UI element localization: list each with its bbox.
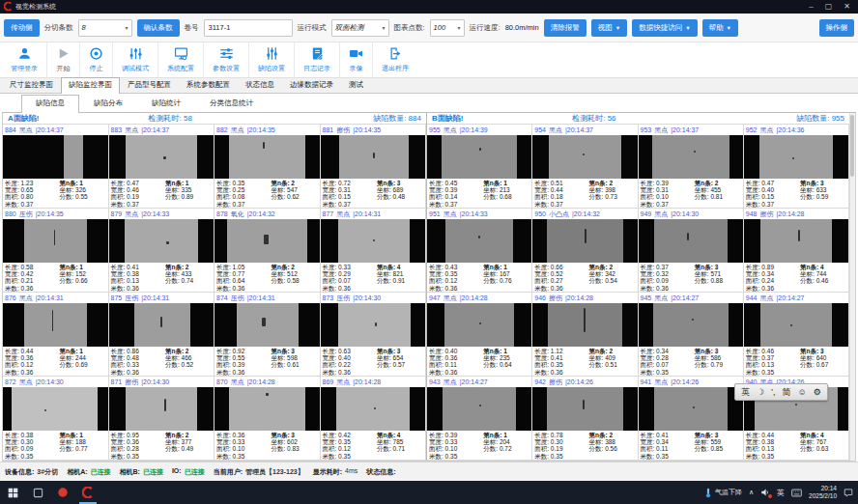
action-camera-button[interactable]: 录像 bbox=[340, 42, 373, 77]
defect-cell-869[interactable]: 869黑点|20:14:28长度: 0.42宽度: 0.35面积: 0.12米数… bbox=[321, 377, 427, 461]
defect-cell-883[interactable]: 883黑点|20:14:37长度: 0.47宽度: 0.46面积: 0.19米数… bbox=[109, 125, 215, 209]
defect-cell-884[interactable]: 884黑点|20:14:37长度: 1.23宽度: 0.65面积: 0.80米数… bbox=[3, 125, 109, 209]
vertical-scrollbar[interactable] bbox=[849, 113, 855, 461]
defect-cell-942[interactable]: 942擦伤|20:14:26长度: 0.78宽度: 0.30面积: 0.19米数… bbox=[532, 377, 638, 461]
taskbar-app-icon-red[interactable] bbox=[50, 481, 75, 504]
sub-tab-2[interactable]: 缺陷统计 bbox=[137, 95, 195, 112]
defect-cell-882[interactable]: 882黑点|20:14:35长度: 0.35宽度: 0.25面积: 0.08米数… bbox=[214, 125, 321, 209]
defect-type: 氧化 bbox=[231, 210, 244, 219]
confirm-count-button[interactable]: 确认条数 bbox=[137, 19, 180, 37]
volume-icon[interactable] bbox=[760, 488, 770, 497]
ime-punctuation-icon[interactable]: ’, bbox=[768, 387, 779, 397]
scrollbar-thumb[interactable] bbox=[850, 115, 854, 177]
start-button[interactable] bbox=[0, 481, 25, 504]
chart-points-select[interactable]: 100▾ bbox=[430, 19, 465, 37]
defect-mark bbox=[373, 239, 375, 241]
action-debug-button[interactable]: 调试模式 bbox=[113, 42, 158, 77]
ime-lang-simplified[interactable]: 简 bbox=[780, 386, 794, 399]
defect-id: 872 bbox=[5, 378, 16, 385]
defect-cell-941[interactable]: 941黑点|20:14:26长度: 0.41宽度: 0.34面积: 0.11米数… bbox=[639, 377, 744, 461]
defect-cell-947[interactable]: 947黑点|20:14:28长度: 0.40宽度: 0.36面积: 0.11米数… bbox=[427, 293, 532, 377]
defect-cell-874[interactable]: 874压伤|20:14:31长度: 0.92宽度: 0.55面积: 0.39米数… bbox=[214, 293, 321, 377]
defect-cell-872[interactable]: 872黑点|20:14:30长度: 0.38宽度: 0.30面积: 0.09米数… bbox=[3, 377, 109, 461]
defect-id: 873 bbox=[323, 294, 334, 301]
minimize-button[interactable]: – bbox=[809, 0, 813, 14]
main-tab-4[interactable]: 状态信息 bbox=[238, 77, 282, 93]
main-tab-2[interactable]: 产品型号配置 bbox=[120, 77, 179, 93]
defect-cell-876[interactable]: 876黑点|20:14:31长度: 0.44宽度: 0.36面积: 0.12米数… bbox=[3, 293, 109, 377]
action-monitor-button[interactable]: 系统配置 bbox=[158, 42, 204, 77]
defect-cell-873[interactable]: 873压伤|20:14:30长度: 0.63宽度: 0.40面积: 0.22米数… bbox=[321, 293, 427, 377]
defect-grid-a: 884黑点|20:14:37长度: 1.23宽度: 0.65面积: 0.80米数… bbox=[3, 125, 426, 461]
taskbar-clock[interactable]: 20:14 2025/2/10 bbox=[809, 485, 837, 500]
defect-image bbox=[109, 387, 214, 431]
defect-cell-952[interactable]: 952黑点|20:14:36长度: 0.47宽度: 0.40面积: 0.15米数… bbox=[744, 125, 849, 209]
data-quick-access-menu-button[interactable]: 数据快捷访问▼ bbox=[632, 19, 697, 37]
defect-cell-949[interactable]: 949黑点|20:14:30长度: 0.37宽度: 0.32面积: 0.09米数… bbox=[639, 209, 744, 293]
defect-cell-946[interactable]: 946擦伤|20:14:28长度: 1.12宽度: 0.41面积: 0.35米数… bbox=[532, 293, 638, 377]
defect-cell-951[interactable]: 951黑点|20:14:33长度: 0.43宽度: 0.35面积: 0.12米数… bbox=[427, 209, 532, 293]
slit-count-label: 分切条数 bbox=[44, 23, 73, 33]
cell-header: 877黑点|20:14:31 bbox=[321, 209, 426, 219]
defect-cell-870[interactable]: 870黑点|20:14:28长度: 0.36宽度: 0.33面积: 0.10米数… bbox=[214, 377, 321, 461]
defect-cell-880[interactable]: 880压伤|20:14:35长度: 0.58宽度: 0.42面积: 0.21米数… bbox=[3, 209, 109, 293]
defect-mark bbox=[373, 153, 375, 158]
touch-keyboard-icon[interactable] bbox=[791, 489, 802, 497]
ime-language-bar[interactable]: 英☽’,简☺⚙ bbox=[734, 383, 828, 401]
notification-center-icon[interactable] bbox=[844, 488, 853, 497]
roll-number-input[interactable]: 3117-1 bbox=[204, 19, 293, 37]
sub-tab-0[interactable]: 缺陷信息 bbox=[21, 95, 79, 113]
defect-cell-945[interactable]: 945黑点|20:14:27长度: 0.34宽度: 0.28面积: 0.07米数… bbox=[639, 293, 744, 377]
weather-widget[interactable]: 气温下降 bbox=[704, 488, 742, 498]
run-mode-select[interactable]: 双面检测▾ bbox=[331, 19, 389, 37]
defect-cell-877[interactable]: 877黑点|20:14:31长度: 0.33宽度: 0.29面积: 0.07米数… bbox=[321, 209, 427, 293]
defect-cell-950[interactable]: 950小凸点|20:14:32长度: 0.66宽度: 0.52面积: 0.27米… bbox=[532, 209, 638, 293]
defect-image bbox=[639, 219, 743, 263]
sub-tab-1[interactable]: 缺陷分布 bbox=[79, 95, 137, 112]
ime-emoji-icon[interactable]: ☺ bbox=[795, 387, 810, 397]
volume-badge bbox=[768, 494, 772, 498]
defect-cell-871[interactable]: 871擦伤|20:14:30长度: 0.95宽度: 0.36面积: 0.28米数… bbox=[109, 377, 215, 461]
defect-cell-875[interactable]: 875压伤|20:14:31长度: 0.86宽度: 0.48面积: 0.33米数… bbox=[109, 293, 215, 377]
operator-side-button[interactable]: 操作侧 bbox=[819, 19, 855, 37]
clear-alarm-button[interactable]: 清除报警 bbox=[544, 19, 586, 37]
view-menu-button[interactable]: 视图▼ bbox=[591, 19, 627, 37]
action-defect-button[interactable]: 缺陷设置 bbox=[249, 42, 295, 77]
slit-count-select[interactable]: 8▾ bbox=[78, 19, 132, 37]
defect-type: 黑点 bbox=[336, 210, 350, 219]
defect-image bbox=[427, 219, 531, 263]
action-log-button[interactable]: 日志记录 bbox=[295, 42, 340, 77]
defect-cell-954[interactable]: 954黑点|20:14:37长度: 0.51宽度: 0.44面积: 0.18米数… bbox=[532, 125, 638, 209]
action-exit-button[interactable]: 退出程序 bbox=[373, 42, 417, 77]
main-tab-1[interactable]: 缺陷监控界面 bbox=[61, 77, 120, 94]
ime-indicator[interactable]: 英 bbox=[777, 488, 785, 498]
taskbar-app-icon-active[interactable] bbox=[75, 481, 100, 504]
defect-cell-944[interactable]: 944黑点|20:14:27长度: 0.46宽度: 0.37面积: 0.13米数… bbox=[744, 293, 849, 377]
main-tab-0[interactable]: 尺寸监控界面 bbox=[2, 77, 61, 93]
defect-cell-943[interactable]: 943黑点|20:14:27长度: 0.39宽度: 0.33面积: 0.10米数… bbox=[427, 377, 532, 461]
defect-cell-953[interactable]: 953黑点|20:14:37长度: 0.39宽度: 0.31面积: 0.10米数… bbox=[639, 125, 744, 209]
ime-lang-en[interactable]: 英 bbox=[738, 386, 753, 399]
defect-cell-948[interactable]: 948擦伤|20:14:28长度: 0.89宽度: 0.34面积: 0.24米数… bbox=[744, 209, 849, 293]
defect-cell-955[interactable]: 955黑点|20:14:39长度: 0.45宽度: 0.39面积: 0.14米数… bbox=[427, 125, 532, 209]
ime-settings-gear-icon[interactable]: ⚙ bbox=[811, 387, 824, 397]
help-menu-button[interactable]: 帮助▼ bbox=[702, 19, 738, 37]
main-tab-3[interactable]: 系统参数配置 bbox=[179, 77, 238, 93]
maximize-button[interactable]: ▢ bbox=[825, 0, 833, 14]
main-tab-5[interactable]: 边缘数据记录 bbox=[282, 77, 341, 93]
action-params-button[interactable]: 参数设置 bbox=[204, 42, 249, 77]
action-play-button[interactable]: 开始 bbox=[47, 42, 80, 77]
ime-moon-icon[interactable]: ☽ bbox=[754, 387, 767, 397]
action-user-button[interactable]: 管理登录 bbox=[2, 42, 47, 77]
main-tab-6[interactable]: 测试 bbox=[341, 77, 371, 93]
drive-side-button[interactable]: 传动侧 bbox=[4, 19, 40, 37]
close-button[interactable]: ✕ bbox=[844, 0, 850, 14]
defect-id: 950 bbox=[534, 210, 546, 217]
defect-cell-878[interactable]: 878氧化|20:14:32长度: 1.05宽度: 0.77面积: 0.64米数… bbox=[214, 209, 321, 293]
action-stop-button[interactable]: 停止 bbox=[80, 42, 113, 77]
defect-cell-881[interactable]: 881擦伤|20:14:35长度: 0.72宽度: 0.31面积: 0.15米数… bbox=[321, 125, 427, 209]
sub-tab-3[interactable]: 分类信息统计 bbox=[195, 95, 268, 112]
defect-cell-879[interactable]: 879黑点|20:14:33长度: 0.41宽度: 0.38面积: 0.13米数… bbox=[109, 209, 215, 293]
task-view-button[interactable] bbox=[25, 481, 50, 504]
tray-expand-caret[interactable]: ∧ bbox=[749, 489, 754, 496]
